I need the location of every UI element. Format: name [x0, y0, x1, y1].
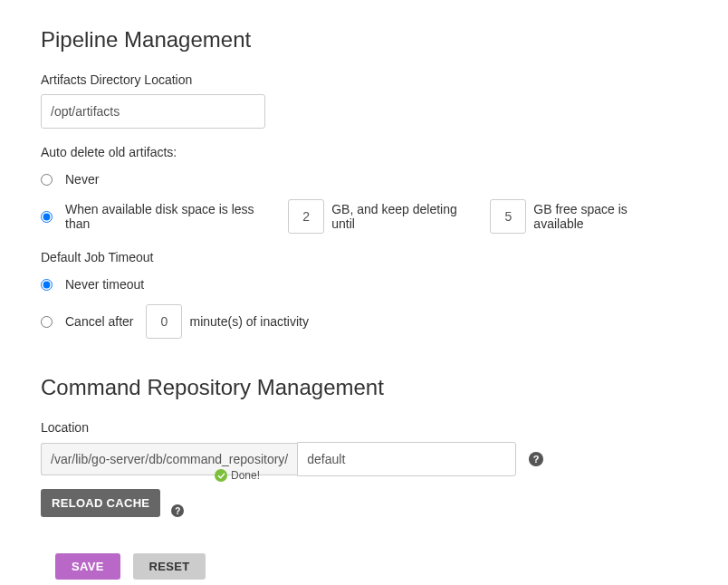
- auto-delete-when-radio[interactable]: [41, 211, 53, 223]
- auto-delete-when-suffix: GB free space is available: [533, 202, 680, 231]
- reset-button[interactable]: RESET: [133, 553, 206, 580]
- location-label: Location: [41, 420, 687, 435]
- help-icon[interactable]: ?: [529, 452, 543, 466]
- location-input[interactable]: [297, 442, 516, 476]
- auto-delete-when-prefix: When available disk space is less than: [65, 202, 281, 231]
- job-timeout-minutes-input[interactable]: [146, 304, 182, 339]
- job-timeout-cancel-prefix: Cancel after: [65, 314, 133, 329]
- check-icon: [215, 469, 227, 482]
- artifacts-dir-input[interactable]: [41, 94, 265, 129]
- artifacts-dir-label: Artifacts Directory Location: [41, 72, 687, 87]
- job-timeout-never-row: Never timeout: [41, 273, 687, 295]
- auto-delete-never-row: Never: [41, 168, 687, 190]
- job-timeout-cancel-row: Cancel after minute(s) of inactivity: [41, 304, 687, 339]
- command-repo-section: Command Repository Management Location /…: [41, 375, 687, 517]
- button-row: SAVE RESET: [41, 553, 687, 580]
- job-timeout-radio-group: Never timeout Cancel after minute(s) of …: [41, 273, 687, 339]
- auto-delete-threshold-input[interactable]: [288, 199, 324, 234]
- auto-delete-never-label: Never: [65, 172, 99, 187]
- save-button[interactable]: SAVE: [55, 553, 120, 580]
- auto-delete-never-radio[interactable]: [41, 174, 53, 186]
- reload-row: Done! RELOAD CACHE ?: [41, 489, 687, 517]
- auto-delete-label: Auto delete old artifacts:: [41, 145, 687, 159]
- pipeline-management-section: Pipeline Management Artifacts Directory …: [41, 27, 687, 339]
- job-timeout-cancel-suffix: minute(s) of inactivity: [189, 314, 308, 329]
- pipeline-heading: Pipeline Management: [41, 27, 687, 53]
- location-row: /var/lib/go-server/db/command_repository…: [41, 442, 687, 476]
- job-timeout-never-radio[interactable]: [41, 279, 53, 291]
- auto-delete-radio-group: Never When available disk space is less …: [41, 168, 687, 234]
- reload-cache-button[interactable]: RELOAD CACHE: [41, 489, 160, 517]
- auto-delete-target-input[interactable]: [490, 199, 526, 234]
- done-text: Done!: [231, 469, 260, 482]
- help-icon[interactable]: ?: [171, 504, 184, 517]
- auto-delete-when-row: When available disk space is less than G…: [41, 199, 687, 234]
- done-badge: Done!: [215, 469, 260, 482]
- job-timeout-never-label: Never timeout: [65, 277, 144, 292]
- job-timeout-cancel-radio[interactable]: [41, 316, 53, 328]
- auto-delete-when-mid: GB, and keep deleting until: [331, 202, 483, 231]
- command-repo-heading: Command Repository Management: [41, 375, 687, 400]
- job-timeout-label: Default Job Timeout: [41, 250, 687, 264]
